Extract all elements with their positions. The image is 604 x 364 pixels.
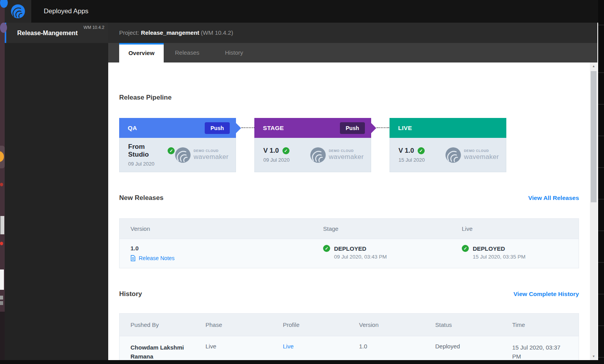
deployment-date: 09 Jul 2020 (263, 157, 289, 163)
tab-history[interactable]: History (211, 43, 257, 62)
deployed-apps-window: Deployed Apps WM 10.4.2 Release-Mangemen… (0, 0, 604, 364)
pipeline-card-live: LIVE V 1.0 ✓ 15 Jul 2020 (390, 118, 506, 173)
dock-app-icon-red[interactable] (0, 183, 3, 186)
column-header-time: Time (501, 314, 579, 336)
tab-releases[interactable]: Releases (164, 43, 211, 62)
pushed-by-name: Chowdam Lakshmi Ramana (130, 343, 191, 361)
history-table: Pushed By Phase Profile Version Status T… (119, 313, 579, 364)
logo-text-demo-cloud: DEMO CLOUD (193, 149, 229, 153)
sidebar-item-release-management[interactable]: WM 10.4.2 Release-Mangement (5, 23, 108, 43)
column-header-pushed-by: Pushed By (120, 314, 195, 336)
project-version: (WM 10.4.2) (201, 29, 233, 36)
dock-app-icon-white[interactable] (0, 269, 4, 290)
phase-value: Live (206, 343, 216, 350)
dock-app-icon-window[interactable] (0, 216, 4, 234)
deployment-date: 15 Jul 2020 (398, 157, 425, 163)
success-check-icon: ✓ (323, 245, 330, 252)
logo-text-wavemaker: wavemaker (329, 153, 364, 161)
pipeline-connector-dotted (377, 127, 389, 128)
column-header-stage: Stage (312, 219, 451, 239)
pipeline-card-body: From Studio ✓ 09 Jul 2020 (119, 138, 236, 172)
release-pipeline: QA Push From Studio ✓ 09 Jul 2020 (119, 118, 579, 173)
logo-text-wavemaker: wavemaker (464, 153, 499, 161)
bottom-edge-bar (0, 360, 604, 364)
page-title: Deployed Apps (44, 0, 88, 23)
scrollbar-thumb[interactable] (591, 71, 597, 202)
tab-overview[interactable]: Overview (119, 43, 164, 62)
column-header-live: Live (451, 219, 579, 239)
pipeline-connector-dotted (241, 127, 254, 128)
view-complete-history-link[interactable]: View Complete History (513, 291, 579, 298)
stage-name: LIVE (398, 125, 412, 132)
live-deploy-time: 15 Jul 2020, 03:35 PM (473, 254, 579, 260)
success-check-icon: ✓ (418, 147, 425, 154)
logo-text-demo-cloud: DEMO CLOUD (329, 149, 364, 153)
success-check-icon: ✓ (462, 245, 469, 252)
stage-name: QA (128, 125, 137, 132)
project-header: Project:Release_mangement(WM 10.4.2) (108, 23, 597, 43)
column-header-version: Version (120, 219, 312, 239)
demo-cloud-wavemaker-logo: DEMO CLOUD wavemaker (175, 147, 229, 163)
dock-app-icon-highlighted[interactable] (0, 146, 5, 168)
pipeline-card-stage: STAGE Push V 1.0 ✓ 09 Jul 2020 (254, 118, 371, 173)
project-name: Release_mangement (141, 29, 199, 36)
project-version-badge: WM 10.4.2 (84, 25, 104, 30)
push-button-stage[interactable]: Push (340, 122, 365, 134)
vertical-scrollbar[interactable]: ▲ ▼ (590, 62, 597, 360)
release-version: 1.0 (130, 245, 312, 252)
dock-notification-dot (0, 242, 3, 245)
version-value: 1.0 (359, 343, 367, 350)
stage-name: STAGE (263, 125, 284, 132)
pipeline-stage-header-live: LIVE (390, 118, 506, 138)
success-check-icon: ✓ (168, 147, 175, 154)
overview-panel: Release Pipeline QA Push From Studio ✓ 0… (108, 62, 590, 360)
stage-deploy-status: DEPLOYED (334, 245, 366, 252)
live-deploy-status: DEPLOYED (473, 245, 505, 252)
scroll-down-arrow-icon[interactable]: ▼ (590, 355, 597, 358)
logo-text-wavemaker: wavemaker (193, 153, 229, 161)
demo-cloud-wavemaker-logo: DEMO CLOUD wavemaker (445, 147, 499, 163)
deployed-version: V 1.0 (263, 147, 279, 155)
pipeline-stage-header-qa: QA Push (119, 118, 236, 138)
pipeline-card-body: V 1.0 ✓ 15 Jul 2020 DEMO C (390, 138, 506, 172)
new-releases-title: New Releases (119, 194, 163, 202)
table-row: 1.0 Release Notes ✓ DEPLOYE (120, 239, 579, 268)
dock-bottom-shade (0, 312, 5, 364)
table-header-row: Pushed By Phase Profile Version Status T… (120, 314, 579, 336)
stage-deploy-time: 09 Jul 2020, 03:43 PM (334, 254, 451, 260)
dock-app-icon-gray-1[interactable] (0, 296, 3, 300)
release-pipeline-title: Release Pipeline (119, 62, 579, 102)
dock-app-icon-gray-2[interactable] (0, 301, 3, 305)
table-header-row: Version Stage Live (120, 219, 579, 239)
release-notes-link[interactable]: Release Notes (139, 255, 175, 261)
deployment-date: 09 Jul 2020 (128, 161, 175, 167)
column-header-version: Version (348, 314, 424, 336)
dock-app-icon-purple[interactable] (0, 23, 7, 33)
pipeline-arrow-icon (371, 123, 376, 133)
pipeline-card-qa: QA Push From Studio ✓ 09 Jul 2020 (119, 118, 236, 173)
top-app-bar: Deployed Apps (5, 0, 604, 23)
wavemaker-logo-button[interactable] (5, 0, 31, 23)
column-header-phase: Phase (195, 314, 272, 336)
sidebar: WM 10.4.2 Release-Mangement (5, 23, 108, 360)
view-all-releases-link[interactable]: View All Releases (528, 194, 579, 202)
deployed-version: V 1.0 (398, 147, 414, 155)
tab-bar: Overview Releases History (108, 43, 597, 62)
demo-cloud-wavemaker-logo: DEMO CLOUD wavemaker (310, 147, 364, 163)
history-title: History (119, 290, 142, 298)
push-button-qa[interactable]: Push (205, 122, 230, 134)
wavemaker-wave-icon (445, 147, 461, 163)
document-icon (130, 255, 136, 261)
success-check-icon: ✓ (282, 147, 289, 154)
new-releases-table: Version Stage Live 1.0 Release Notes (119, 218, 579, 268)
scroll-up-arrow-icon[interactable]: ▲ (590, 64, 597, 68)
time-value: 15 Jul 2020, 03:37 PM (512, 343, 571, 361)
profile-live-link[interactable]: Live (283, 343, 294, 350)
project-label: Project: (119, 29, 139, 36)
pipeline-arrow-icon (236, 123, 241, 133)
os-dock-strip (0, 0, 5, 364)
wavemaker-wave-icon (11, 4, 25, 19)
dock-app-icon-orange (0, 151, 4, 162)
wavemaker-wave-icon (175, 147, 191, 163)
pipeline-card-body: V 1.0 ✓ 09 Jul 2020 DEMO C (254, 138, 371, 172)
